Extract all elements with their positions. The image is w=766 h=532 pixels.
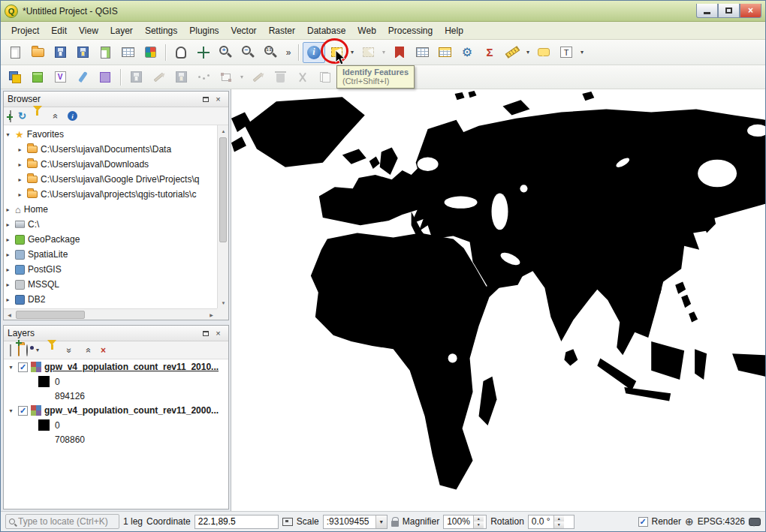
menu-project[interactable]: Project: [5, 23, 45, 38]
expand-arrow-icon[interactable]: ▸: [16, 146, 24, 153]
menu-edit[interactable]: Edit: [45, 23, 73, 38]
menu-database[interactable]: Database: [301, 23, 351, 38]
expand-arrow-icon[interactable]: ▸: [4, 221, 12, 228]
browser-item-geopackage[interactable]: ▸ GeoPackage: [4, 232, 217, 247]
pan-map-button[interactable]: [170, 42, 192, 63]
layer-visibility-checkbox[interactable]: ✓: [18, 406, 28, 416]
layers-float-button[interactable]: [199, 328, 212, 339]
menu-view[interactable]: View: [73, 23, 104, 38]
modify-attributes-button[interactable]: [246, 67, 269, 88]
add-feature-button[interactable]: [192, 67, 215, 88]
new-virtual-layer-button[interactable]: [94, 67, 116, 88]
map-tips-button[interactable]: [532, 42, 555, 63]
processing-toolbox-button[interactable]: ⚙: [456, 42, 478, 63]
measure-dropdown[interactable]: ▾: [523, 42, 532, 63]
vertex-tool-dropdown[interactable]: ▾: [237, 67, 246, 88]
rotation-spinbox[interactable]: 0.0 ° ▲▼: [528, 515, 574, 529]
scrollbar-thumb[interactable]: [16, 311, 85, 319]
select-features-button[interactable]: [325, 42, 348, 63]
scroll-down-icon[interactable]: ▼: [218, 297, 228, 308]
collapse-all-button[interactable]: »: [50, 110, 60, 122]
deselect-features-button[interactable]: [357, 42, 379, 63]
filter-legend-button[interactable]: [47, 345, 56, 356]
browser-item-favorites[interactable]: ▾ ★ Favorites: [4, 127, 217, 142]
browser-item-downloads[interactable]: ▸ C:\Users\ujaval\Downloads: [4, 157, 217, 172]
refresh-button[interactable]: ↻: [18, 111, 26, 121]
combo-arrow-icon[interactable]: ▼: [375, 515, 387, 528]
spin-up-icon[interactable]: ▲: [554, 515, 564, 522]
browser-item-qgis-tutorials[interactable]: ▸ C:\Users\ujaval\projects\qgis-tutorial…: [4, 187, 217, 202]
new-print-layout-button[interactable]: [94, 42, 116, 63]
close-button[interactable]: ×: [740, 4, 761, 18]
locate-input[interactable]: [18, 516, 116, 527]
filter-browser-button[interactable]: [33, 111, 42, 122]
menu-layer[interactable]: Layer: [104, 23, 139, 38]
data-source-manager-button[interactable]: [4, 67, 26, 88]
magnifier-spinbox[interactable]: 100% ▲▼: [443, 515, 487, 529]
save-project-button[interactable]: [49, 42, 71, 63]
statistical-summary-button[interactable]: Σ: [478, 42, 501, 63]
add-selected-layers-button[interactable]: [10, 111, 11, 122]
spin-down-icon[interactable]: ▼: [554, 521, 564, 528]
zoom-out-button[interactable]: −: [237, 42, 260, 63]
maximize-button[interactable]: [718, 4, 740, 18]
expand-arrow-icon[interactable]: ▸: [4, 296, 12, 303]
browser-vertical-scrollbar[interactable]: ▲ ▼: [217, 125, 228, 308]
measure-button[interactable]: [501, 42, 523, 63]
coordinate-box[interactable]: [195, 515, 279, 529]
browser-item-db2[interactable]: ▸ DB2: [4, 292, 217, 307]
open-layer-styling-button[interactable]: [10, 345, 11, 356]
menu-plugins[interactable]: Plugins: [183, 23, 225, 38]
layer-item-2000[interactable]: ▾ ✓ gpw_v4_population_count_rev11_2000..…: [4, 403, 228, 418]
remove-layer-button[interactable]: ×: [101, 345, 106, 356]
annotation-dropdown[interactable]: ▾: [578, 42, 587, 63]
locate-search[interactable]: [5, 514, 119, 529]
zoom-native-button[interactable]: 1:1: [260, 42, 282, 63]
show-layout-manager-button[interactable]: [116, 42, 139, 63]
layer-visibility-checkbox[interactable]: ✓: [18, 362, 28, 372]
scroll-up-icon[interactable]: ▲: [218, 125, 228, 137]
expand-arrow-icon[interactable]: ▸: [16, 161, 24, 168]
manage-map-themes-button[interactable]: [26, 345, 28, 356]
new-shapefile-layer-button[interactable]: V: [49, 67, 71, 88]
menu-settings[interactable]: Settings: [139, 23, 183, 38]
layers-close-button[interactable]: ×: [212, 328, 225, 339]
menu-processing[interactable]: Processing: [382, 23, 439, 38]
cut-features-button[interactable]: [291, 67, 314, 88]
properties-button[interactable]: i: [68, 111, 77, 121]
toggle-editing-button[interactable]: [147, 67, 170, 88]
spin-down-icon[interactable]: ▼: [474, 521, 484, 528]
browser-item-documents-data[interactable]: ▸ C:\Users\ujaval\Documents\Data: [4, 142, 217, 157]
messages-bubble-icon[interactable]: [749, 518, 761, 526]
browser-horizontal-scrollbar[interactable]: ◀ ▶: [4, 308, 217, 320]
text-annotation-button[interactable]: T: [555, 42, 578, 63]
deselect-dropdown[interactable]: ▾: [379, 42, 388, 63]
expand-arrow-icon[interactable]: ▸: [16, 191, 24, 198]
delete-selected-button[interactable]: [269, 67, 291, 88]
menu-help[interactable]: Help: [439, 23, 469, 38]
field-calculator-button[interactable]: [433, 42, 456, 63]
new-spatialite-layer-button[interactable]: [71, 67, 94, 88]
map-themes-dropdown[interactable]: ▾: [35, 340, 41, 361]
extent-icon[interactable]: [282, 518, 293, 526]
expand-arrow-icon[interactable]: ▸: [16, 176, 24, 183]
select-features-dropdown[interactable]: ▾: [348, 42, 357, 63]
layer-item-2010[interactable]: ▾ ✓ gpw_v4_population_count_rev11_2010..…: [4, 359, 228, 374]
spin-up-icon[interactable]: ▲: [474, 515, 484, 522]
browser-float-button[interactable]: [199, 94, 212, 105]
scroll-right-icon[interactable]: ▶: [206, 309, 217, 320]
map-canvas[interactable]: [231, 89, 765, 511]
browser-item-home[interactable]: ▸ ⌂ Home: [4, 202, 217, 217]
zoom-full-button[interactable]: [192, 42, 215, 63]
minimize-button[interactable]: [696, 4, 718, 18]
menu-vector[interactable]: Vector: [225, 23, 263, 38]
expand-arrow-icon[interactable]: ▸: [4, 236, 12, 243]
current-edits-button[interactable]: [125, 67, 147, 88]
browser-item-mssql[interactable]: ▸ MSSQL: [4, 277, 217, 292]
collapse-all-button[interactable]: »: [83, 344, 93, 356]
save-edits-button[interactable]: [170, 67, 192, 88]
scale-lock-icon[interactable]: [391, 521, 399, 527]
zoom-in-button[interactable]: +: [215, 42, 237, 63]
expand-all-button[interactable]: »: [64, 344, 74, 356]
render-checkbox[interactable]: ✓: [638, 517, 648, 527]
